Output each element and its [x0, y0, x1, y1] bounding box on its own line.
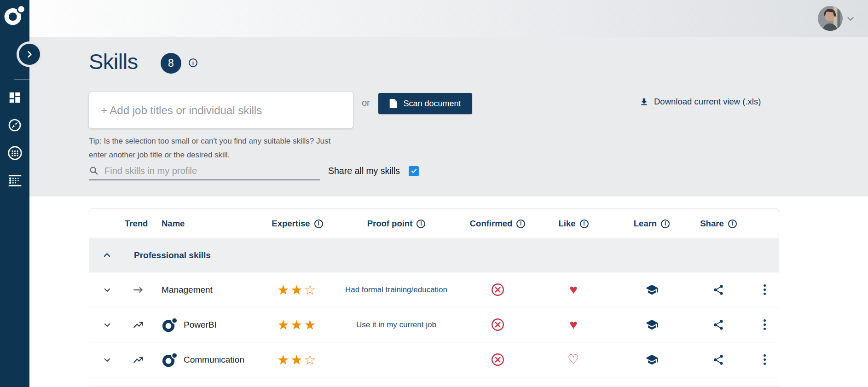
share-icon: [712, 319, 724, 331]
search-icon: [89, 166, 99, 176]
expertise-stars[interactable]: ★★☆: [278, 282, 318, 298]
expand-row-button[interactable]: [89, 321, 125, 329]
dotted-globe-icon: [7, 145, 23, 161]
share-button[interactable]: [686, 284, 751, 296]
skills-count-badge: 8: [161, 53, 181, 74]
like-heart-icon[interactable]: ♡: [567, 353, 579, 366]
page-title: Skills: [89, 49, 138, 74]
column-header-proof-point: Proof pointi: [327, 219, 465, 229]
proof-point-text[interactable]: Had formal training/education: [345, 285, 447, 295]
share-icon: [712, 354, 724, 366]
dotted-board-icon: [7, 173, 23, 188]
share-all-checkbox[interactable]: [409, 166, 419, 176]
chevron-down-icon: [103, 321, 111, 329]
trend-up-icon: [133, 319, 145, 331]
group-label: Professional skills: [125, 250, 751, 260]
share-button[interactable]: [686, 319, 751, 331]
table-header-row: Trend Name Expertisei Proof pointi Confi…: [89, 209, 779, 238]
add-skills-input[interactable]: [89, 92, 353, 128]
learn-button[interactable]: [617, 353, 686, 366]
download-link-label: Download current view (.xls): [654, 97, 761, 107]
find-skills-input[interactable]: [104, 166, 320, 176]
sidebar-item-planning-board[interactable]: [7, 173, 23, 188]
trend-flat-icon: [133, 284, 145, 296]
table-row: Communication ★★☆ ♡: [89, 342, 779, 377]
not-confirmed-icon: [491, 283, 505, 297]
scan-document-label: Scan document: [403, 99, 461, 109]
skill-logo-icon: [162, 352, 178, 368]
expand-row-button[interactable]: [89, 356, 125, 364]
expertise-stars[interactable]: ★★★: [278, 317, 318, 333]
column-header-trend: Trend: [125, 219, 152, 229]
skills-table: Trend Name Expertisei Proof pointi Confi…: [89, 208, 779, 387]
row-menu-button[interactable]: [761, 352, 769, 368]
expand-row-button[interactable]: [89, 286, 125, 294]
document-icon: [389, 99, 397, 108]
find-skills-field: [89, 162, 320, 180]
graduation-cap-icon: [645, 283, 659, 296]
skill-name: Management: [162, 285, 213, 295]
brand-logo-icon[interactable]: [3, 4, 26, 27]
skill-name: PowerBI: [184, 320, 217, 330]
graduation-cap-icon: [645, 353, 659, 366]
row-menu-button[interactable]: [761, 282, 769, 298]
skill-name: Communication: [184, 355, 244, 365]
not-confirmed-icon: [491, 352, 505, 367]
sidebar-item-explore[interactable]: [7, 117, 23, 133]
skills-info-icon[interactable]: i: [189, 58, 197, 67]
info-icon[interactable]: i: [516, 219, 525, 228]
learn-button[interactable]: [617, 318, 686, 331]
column-header-learn: Learni: [617, 219, 686, 229]
info-icon[interactable]: i: [580, 219, 589, 228]
column-header-share: Sharei: [686, 219, 751, 229]
info-icon[interactable]: i: [417, 219, 425, 228]
share-all-label: Share all my skills: [328, 166, 400, 176]
like-heart-icon[interactable]: ♥: [569, 283, 577, 296]
dashboard-icon: [8, 91, 22, 104]
tip-text: Tip: Is the selection too small or can't…: [89, 134, 330, 162]
top-bar: [29, 0, 868, 37]
collapse-group-button[interactable]: [89, 251, 125, 260]
not-confirmed-icon: [491, 318, 505, 332]
sidebar-item-network[interactable]: [7, 145, 23, 161]
or-label: or: [362, 98, 370, 108]
proof-point-text[interactable]: Use it in my current job: [356, 320, 436, 329]
column-header-confirmed: Confirmedi: [465, 219, 530, 229]
download-current-view-link[interactable]: Download current view (.xls): [639, 97, 761, 107]
group-row-professional-skills: Professional skills: [89, 238, 779, 272]
column-header-expertise: Expertisei: [267, 219, 327, 229]
graduation-cap-icon: [645, 318, 659, 331]
skill-logo-icon: [162, 317, 178, 333]
sidebar-divider: [14, 79, 29, 80]
compass-icon: [7, 118, 22, 133]
info-icon[interactable]: i: [728, 219, 737, 228]
chevron-up-icon: [103, 251, 111, 260]
sidebar-item-dashboard[interactable]: [7, 90, 23, 105]
download-icon: [639, 97, 649, 107]
trend-up-icon: [133, 354, 145, 366]
row-menu-button[interactable]: [761, 317, 769, 333]
table-section: Trend Name Expertisei Proof pointi Confi…: [29, 196, 868, 387]
info-icon[interactable]: i: [661, 219, 670, 228]
column-header-name: Name: [152, 219, 267, 229]
info-icon[interactable]: i: [314, 219, 323, 228]
user-avatar[interactable]: [818, 6, 843, 31]
learn-button[interactable]: [617, 283, 686, 296]
check-icon: [411, 168, 417, 174]
table-row: Management ★★☆ Had formal training/educa…: [89, 272, 779, 307]
confirmed-status-button[interactable]: [465, 283, 530, 297]
table-row-partial: [89, 377, 779, 387]
share-icon: [712, 284, 724, 296]
sidebar-expand-button[interactable]: [19, 44, 40, 65]
share-button[interactable]: [686, 354, 751, 366]
like-heart-icon[interactable]: ♥: [569, 318, 577, 331]
confirmed-status-button[interactable]: [465, 318, 530, 332]
confirmed-status-button[interactable]: [465, 352, 530, 367]
account-menu-caret[interactable]: [845, 14, 856, 26]
chevron-down-icon: [103, 286, 111, 294]
scan-document-button[interactable]: Scan document: [378, 93, 472, 114]
expertise-stars[interactable]: ★★☆: [278, 352, 318, 368]
table-row: PowerBI ★★★ Use it in my current job ♥: [89, 307, 779, 342]
chevron-right-icon: [25, 50, 34, 59]
chevron-down-icon: [103, 356, 111, 364]
